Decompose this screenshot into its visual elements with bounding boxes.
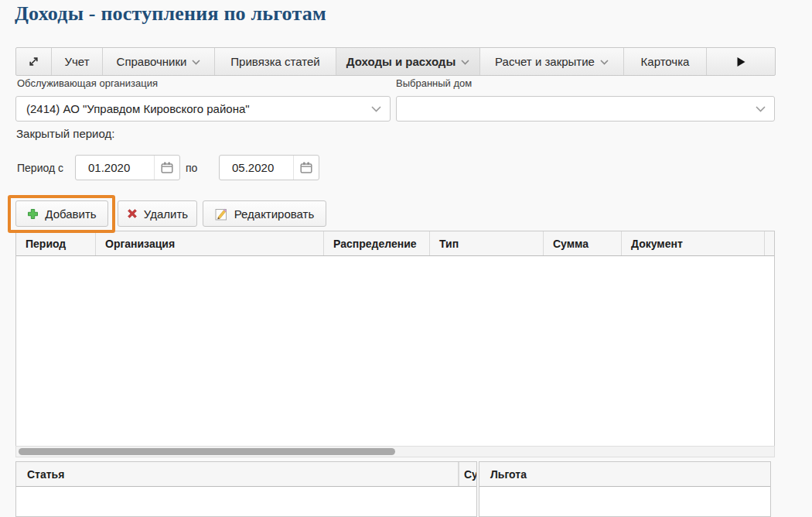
- benefits-table: Льгота: [479, 461, 771, 517]
- page-title: Доходы - поступления по льготам: [15, 2, 326, 26]
- toolbar-item-label: Справочники: [117, 55, 187, 68]
- calendar-icon[interactable]: [293, 156, 319, 180]
- chevron-down-icon[interactable]: [746, 106, 774, 112]
- toolbar-item-uchet[interactable]: Учет: [52, 48, 103, 75]
- articles-table-header: Статья Сумма: [16, 462, 476, 487]
- articles-table: Статья Сумма: [15, 461, 477, 517]
- selected-house-label: Выбранный дом: [396, 77, 472, 89]
- chevron-down-icon: [600, 60, 609, 65]
- delete-icon: [127, 208, 138, 219]
- column-header-type[interactable]: Тип: [430, 231, 544, 255]
- selected-house-combobox[interactable]: [396, 96, 775, 122]
- incomes-table: Период Организация Распределение Тип Сум…: [15, 231, 775, 446]
- column-header-sum[interactable]: Сумма: [544, 231, 622, 255]
- column-header-distribution[interactable]: Распределение: [324, 231, 430, 255]
- service-org-value: (2414) АО "Управдом Кировского района": [16, 102, 362, 115]
- add-button-label: Добавить: [45, 207, 96, 221]
- delete-button[interactable]: Удалить: [118, 200, 197, 227]
- toolbar-item-raschet-i-zakrytie[interactable]: Расчет и закрытие: [480, 48, 624, 75]
- add-icon: [27, 208, 39, 220]
- calendar-icon[interactable]: [154, 156, 179, 180]
- scrollbar-thumb[interactable]: [19, 448, 395, 455]
- column-header-organization[interactable]: Организация: [96, 231, 324, 255]
- expand-button[interactable]: [16, 48, 52, 75]
- period-from-value[interactable]: 01.2020: [76, 161, 154, 174]
- articles-table-body[interactable]: [16, 487, 476, 516]
- period-from-label: Период с: [17, 162, 63, 174]
- incomes-table-body[interactable]: [16, 256, 774, 446]
- toolbar-item-spravochniki[interactable]: Справочники: [103, 48, 215, 75]
- add-button[interactable]: Добавить: [15, 200, 108, 227]
- column-header-sum-truncated[interactable]: Сумма: [459, 462, 476, 486]
- toolbar-item-label: Привязка статей: [230, 55, 319, 68]
- column-header-period[interactable]: Период: [16, 231, 96, 255]
- horizontal-scrollbar[interactable]: [15, 446, 775, 457]
- toolbar-item-label: Учет: [64, 55, 89, 68]
- period-to-label: по: [186, 162, 197, 174]
- toolbar-item-label: Карточка: [641, 55, 690, 68]
- period-to-value[interactable]: 05.2020: [220, 161, 293, 174]
- toolbar-item-kartochka[interactable]: Карточка: [624, 48, 707, 75]
- benefits-table-body[interactable]: [479, 487, 770, 516]
- chevron-down-icon[interactable]: [362, 106, 390, 112]
- edit-icon: [215, 207, 228, 221]
- toolbar: Учет Справочники Привязка статей Доходы …: [15, 47, 776, 76]
- expand-diagonal-icon: [28, 56, 39, 67]
- app-screen: Доходы - поступления по льготам Учет Спр…: [0, 0, 812, 517]
- edit-button-label: Редактировать: [234, 207, 315, 221]
- column-header-gutter: [765, 231, 774, 255]
- toolbar-item-label: Расчет и закрытие: [495, 55, 595, 68]
- period-to-input[interactable]: 05.2020: [219, 155, 319, 180]
- toolbar-item-label: Доходы и расходы: [346, 55, 455, 68]
- service-org-combobox[interactable]: (2414) АО "Управдом Кировского района": [15, 96, 391, 122]
- delete-button-label: Удалить: [144, 207, 188, 221]
- column-header-article[interactable]: Статья: [16, 462, 459, 486]
- toolbar-item-privyazka-statey[interactable]: Привязка статей: [215, 48, 336, 75]
- toolbar-item-dohody-i-rashody[interactable]: Доходы и расходы: [336, 48, 480, 75]
- edit-button[interactable]: Редактировать: [203, 200, 326, 227]
- column-header-benefit[interactable]: Льгота: [479, 462, 770, 486]
- play-icon: [736, 56, 746, 67]
- toolbar-next-button[interactable]: [707, 48, 775, 75]
- chevron-down-icon: [192, 60, 200, 65]
- column-header-document[interactable]: Документ: [622, 231, 765, 255]
- chevron-down-icon: [461, 60, 469, 65]
- service-org-label: Обслуживающая организация: [17, 77, 158, 89]
- incomes-table-header: Период Организация Распределение Тип Сум…: [16, 231, 774, 256]
- benefits-table-header: Льгота: [479, 462, 770, 487]
- period-from-input[interactable]: 01.2020: [75, 155, 180, 180]
- closed-period-label: Закрытый период:: [16, 127, 114, 140]
